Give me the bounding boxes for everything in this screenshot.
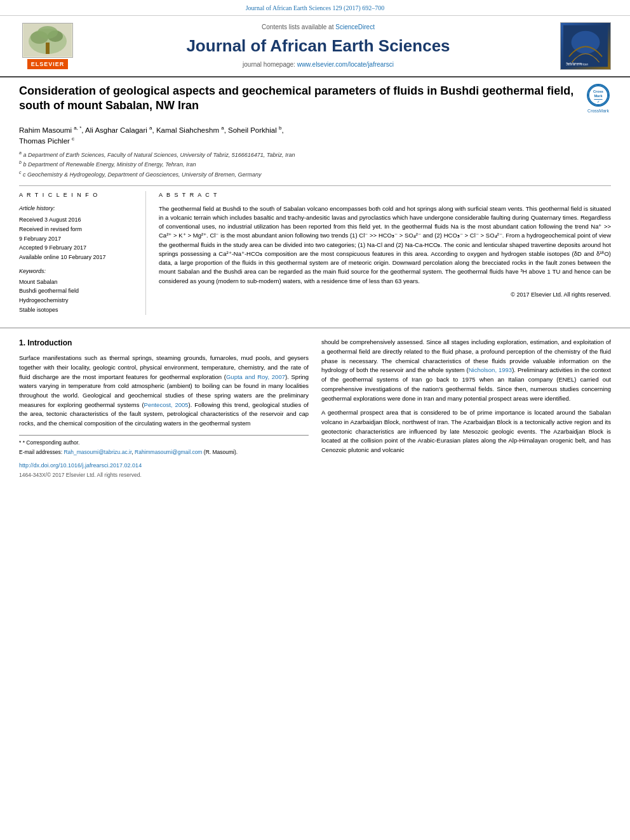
copyright: © 2017 Elsevier Ltd. All rights reserved… — [159, 291, 611, 299]
introduction-paragraph1: Surface manifestations such as thermal s… — [19, 354, 309, 429]
accepted-date: Accepted 9 February 2017 — [19, 244, 136, 252]
svg-rect-2 — [46, 43, 50, 54]
email2-link[interactable]: Rahimmasoumi@gmail.com — [135, 449, 202, 455]
body-right-col: should be comprehensively assessed. Sinc… — [321, 338, 611, 479]
introduction-paragraph3: A geothermal prospect area that is consi… — [321, 408, 611, 455]
divider — [19, 185, 611, 186]
main-content: 1. Introduction Surface manifestations s… — [0, 328, 630, 492]
introduction-heading: 1. Introduction — [19, 338, 309, 349]
journal-title: Journal of African Earth Sciences — [83, 34, 554, 57]
available-online: Available online 10 February 2017 — [19, 253, 136, 262]
keyword-4: Stable isotopes — [19, 306, 136, 314]
doi-link[interactable]: http://dx.doi.org/10.1016/j.jafrearsci.2… — [19, 462, 142, 469]
introduction-paragraph2: should be comprehensively assessed. Sinc… — [321, 338, 611, 403]
received-revised-label: Received in revised form — [19, 225, 136, 234]
elsevier-tree-icon — [22, 23, 73, 58]
sciencedirect-link[interactable]: ScienceDirect — [335, 23, 375, 30]
abstract-column: A B S T R A C T The geothermal field at … — [159, 191, 611, 315]
received-date: Received 3 August 2016 — [19, 216, 136, 224]
abstract-text: The geothermal field at Bushdi to the so… — [159, 204, 611, 286]
email-note: E-mail addresses: Rah_masoumi@tabrizu.ac… — [19, 449, 309, 457]
svg-text:Earth Sciences: Earth Sciences — [566, 62, 581, 65]
article-info-heading: A R T I C L E I N F O — [19, 191, 136, 199]
abstract-heading: A B S T R A C T — [159, 191, 611, 199]
journal-banner: ELSEVIER Contents lists available at Sci… — [0, 16, 630, 77]
journal-cover: Journal of African Earth Sciences — [554, 22, 617, 70]
article-title: Consideration of geological aspects and … — [19, 84, 576, 114]
banner-center: Contents lists available at ScienceDirec… — [83, 23, 554, 69]
crossmark-label: CrossMark — [587, 108, 609, 114]
footnote-section: * * Corresponding author. E-mail address… — [19, 435, 309, 479]
journal-homepage: journal homepage: www.elsevier.com/locat… — [83, 60, 554, 69]
keyword-3: Hydrogeochemistry — [19, 297, 136, 305]
affiliations: a a Department of Earth Sciences, Facult… — [19, 150, 611, 180]
crossmark-badge[interactable]: Cross Mark ✓ CrossMark — [586, 84, 611, 114]
elsevier-logo: ELSEVIER — [13, 23, 83, 70]
article-info-abstract: A R T I C L E I N F O Article history: R… — [19, 191, 611, 315]
issn-text: 1464-343X/© 2017 Elsevier Ltd. All right… — [19, 472, 309, 479]
svg-text:Cross: Cross — [593, 90, 603, 93]
pentecost-link[interactable]: Pentecost, 2005 — [144, 401, 189, 408]
crossmark-icon[interactable]: Cross Mark ✓ — [587, 84, 610, 107]
elsevier-wordmark: ELSEVIER — [27, 59, 69, 70]
nicholson-link[interactable]: Nicholson, 1993 — [469, 366, 512, 373]
keyword-2: Bushdi geothermal field — [19, 287, 136, 295]
svg-text:✓: ✓ — [597, 100, 600, 103]
svg-point-5 — [37, 26, 58, 39]
sciencedirect-label: Contents lists available at ScienceDirec… — [83, 23, 554, 32]
authors: Rahim Masoumi a, *, Ali Asghar Calagari … — [19, 124, 611, 146]
email1-link[interactable]: Rah_masoumi@tabrizu.ac.ir — [64, 449, 131, 455]
article-main: Consideration of geological aspects and … — [0, 77, 630, 328]
gupta-roy-link[interactable]: Gupta and Roy, 2007 — [226, 373, 285, 380]
article-info-column: A R T I C L E I N F O Article history: R… — [19, 191, 146, 315]
body-left-col: 1. Introduction Surface manifestations s… — [19, 338, 309, 479]
journal-cover-image: Journal of African Earth Sciences — [560, 22, 611, 70]
svg-text:Mark: Mark — [594, 94, 603, 98]
body-two-column: 1. Introduction Surface manifestations s… — [19, 338, 611, 479]
keywords-label: Keywords: — [19, 267, 136, 276]
keyword-1: Mount Sabalan — [19, 278, 136, 286]
corresponding-author-note: * * Corresponding author. — [19, 439, 309, 447]
homepage-link[interactable]: www.elsevier.com/locate/jafrearsci — [297, 61, 394, 68]
article-title-section: Consideration of geological aspects and … — [19, 84, 611, 118]
journal-reference: Journal of African Earth Sciences 129 (2… — [0, 0, 630, 16]
article-history-label: Article history: — [19, 204, 136, 213]
revised-date: 9 February 2017 — [19, 235, 136, 243]
